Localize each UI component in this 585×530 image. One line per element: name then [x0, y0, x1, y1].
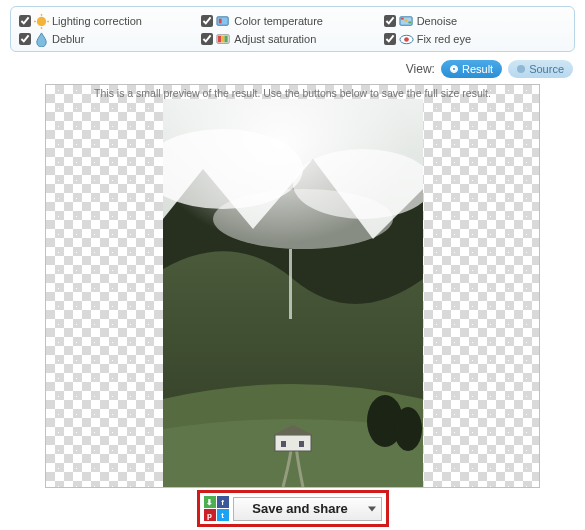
opt-colortemp-check[interactable] — [201, 15, 213, 27]
download-icon[interactable]: ⬇ — [204, 496, 216, 508]
svg-point-28 — [213, 189, 393, 249]
svg-rect-9 — [404, 19, 407, 21]
opt-lighting-check[interactable] — [19, 15, 31, 27]
svg-point-24 — [394, 407, 422, 451]
opt-saturation-check[interactable] — [201, 33, 213, 45]
opt-deblur[interactable]: Deblur — [19, 31, 201, 47]
preview-image — [163, 99, 423, 487]
svg-rect-8 — [401, 17, 404, 19]
preview-checkerboard: This is a small preview of the result. U… — [46, 85, 539, 487]
save-and-share-button[interactable]: Save and share — [233, 497, 382, 521]
svg-rect-13 — [221, 35, 224, 42]
svg-point-0 — [37, 16, 46, 25]
radio-dot-icon — [450, 65, 458, 73]
tab-result-label: Result — [462, 63, 493, 75]
svg-rect-19 — [275, 435, 311, 451]
svg-rect-12 — [218, 35, 221, 42]
radio-dot-icon — [517, 65, 525, 73]
opt-denoise-check[interactable] — [384, 15, 396, 27]
sat-icon — [216, 32, 231, 47]
opt-lighting-label: Lighting correction — [52, 15, 142, 27]
opt-deblur-check[interactable] — [19, 33, 31, 45]
opt-redeye[interactable]: Fix red eye — [384, 31, 566, 47]
sun-icon — [34, 14, 49, 29]
drop-icon — [34, 32, 49, 47]
svg-rect-22 — [299, 441, 304, 447]
opt-deblur-label: Deblur — [52, 33, 84, 45]
save-share-bar: ⬇ f p t Save and share — [197, 490, 389, 527]
opt-saturation[interactable]: Adjust saturation — [201, 31, 383, 47]
view-label: View: — [406, 62, 435, 76]
svg-point-16 — [404, 37, 409, 42]
svg-rect-5 — [217, 16, 228, 24]
view-toggle-row: View: Result Source — [0, 56, 585, 84]
eye-icon — [399, 32, 414, 47]
svg-rect-10 — [408, 21, 411, 23]
effects-panel: Lighting correction Color temperature De… — [10, 6, 575, 52]
preview-frame: This is a small preview of the result. U… — [45, 84, 540, 488]
share-icons: ⬇ f p t — [204, 496, 229, 521]
preview-caption: This is a small preview of the result. U… — [46, 87, 539, 99]
tab-result[interactable]: Result — [441, 60, 502, 78]
opt-colortemp[interactable]: Color temperature — [201, 13, 383, 29]
opt-lighting[interactable]: Lighting correction — [19, 13, 201, 29]
opt-denoise-label: Denoise — [417, 15, 457, 27]
opt-redeye-label: Fix red eye — [417, 33, 471, 45]
noise-icon — [399, 14, 414, 29]
opt-colortemp-label: Color temperature — [234, 15, 323, 27]
opt-redeye-check[interactable] — [384, 33, 396, 45]
tab-source[interactable]: Source — [508, 60, 573, 78]
opt-saturation-label: Adjust saturation — [234, 33, 316, 45]
twitter-icon[interactable]: t — [217, 509, 229, 521]
thermo-icon — [216, 14, 231, 29]
svg-rect-21 — [281, 441, 286, 447]
svg-rect-6 — [219, 18, 222, 23]
pinterest-icon[interactable]: p — [204, 509, 216, 521]
facebook-icon[interactable]: f — [217, 496, 229, 508]
opt-denoise[interactable]: Denoise — [384, 13, 566, 29]
tab-source-label: Source — [529, 63, 564, 75]
svg-rect-14 — [225, 35, 228, 42]
